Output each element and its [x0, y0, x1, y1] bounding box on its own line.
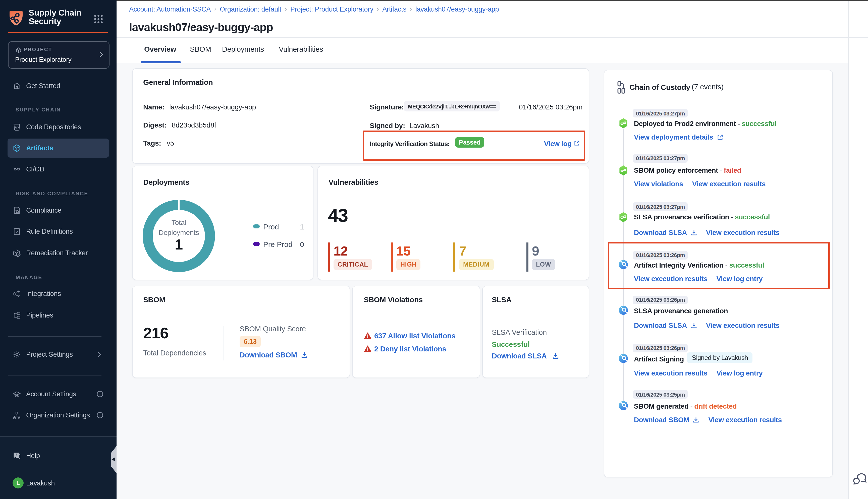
svg-text:?: ?: [15, 453, 17, 457]
